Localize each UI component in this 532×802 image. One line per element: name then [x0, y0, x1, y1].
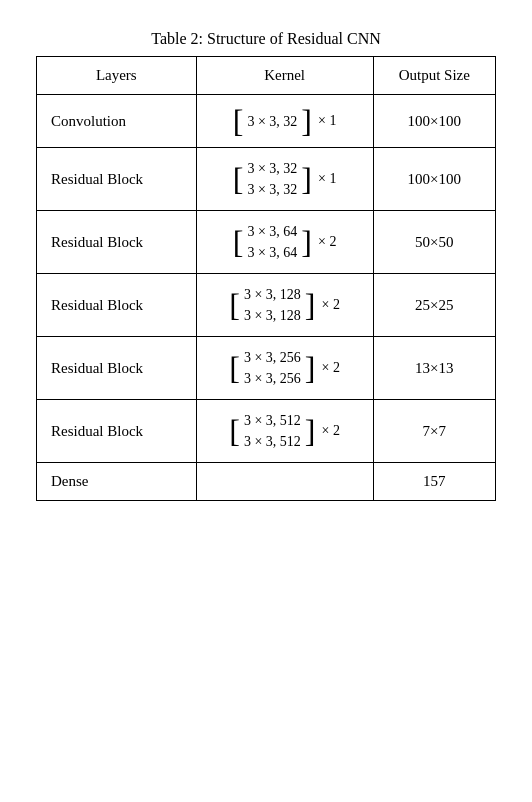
- kernel-bracket-wrap: [ 3 × 3, 128 3 × 3, 128 ] × 2: [229, 284, 340, 326]
- kernel-bracket-wrap: [ 3 × 3, 512 3 × 3, 512 ] × 2: [229, 410, 340, 452]
- cell-layer: Residual Block: [37, 400, 197, 463]
- kernel-content: 3 × 3, 64 3 × 3, 64: [247, 221, 297, 263]
- table-row: Convolution [ 3 × 3, 32 ] × 1 100×100: [37, 95, 496, 148]
- kernel-multiplier: × 2: [322, 360, 340, 376]
- header-output: Output Size: [373, 57, 495, 95]
- header-layers: Layers: [37, 57, 197, 95]
- bracket-left: [: [233, 163, 244, 195]
- bracket-left: [: [233, 105, 244, 137]
- kernel-line1: 3 × 3, 512: [244, 410, 301, 431]
- kernel-bracket-wrap: [ 3 × 3, 64 3 × 3, 64 ] × 2: [233, 221, 337, 263]
- cell-kernel: [ 3 × 3, 64 3 × 3, 64 ] × 2: [196, 211, 373, 274]
- kernel-line1: 3 × 3, 32: [247, 158, 297, 179]
- cell-kernel: [ 3 × 3, 512 3 × 3, 512 ] × 2: [196, 400, 373, 463]
- bracket-right: ]: [301, 163, 312, 195]
- cell-kernel: [ 3 × 3, 32 3 × 3, 32 ] × 1: [196, 148, 373, 211]
- cell-layer: Residual Block: [37, 337, 197, 400]
- kernel-line1: 3 × 3, 256: [244, 347, 301, 368]
- table-row: Residual Block [ 3 × 3, 64 3 × 3, 64 ] ×…: [37, 211, 496, 274]
- bracket-left: [: [229, 352, 240, 384]
- kernel-line2: 3 × 3, 32: [247, 179, 297, 200]
- bracket-right: ]: [301, 105, 312, 137]
- cell-kernel: [ 3 × 3, 32 ] × 1: [196, 95, 373, 148]
- kernel-line2: 3 × 3, 512: [244, 431, 301, 452]
- cell-output: 157: [373, 463, 495, 501]
- bracket-right: ]: [305, 415, 316, 447]
- kernel-multiplier: × 2: [322, 297, 340, 313]
- cell-kernel: [ 3 × 3, 256 3 × 3, 256 ] × 2: [196, 337, 373, 400]
- kernel-multiplier: × 1: [318, 113, 336, 129]
- cell-kernel: [196, 463, 373, 501]
- cnn-structure-table: Layers Kernel Output Size Convolution [ …: [36, 56, 496, 501]
- kernel-multiplier: × 1: [318, 171, 336, 187]
- cell-layer: Residual Block: [37, 211, 197, 274]
- bracket-right: ]: [305, 352, 316, 384]
- cell-kernel: [ 3 × 3, 128 3 × 3, 128 ] × 2: [196, 274, 373, 337]
- kernel-bracket-wrap: [ 3 × 3, 32 3 × 3, 32 ] × 1: [233, 158, 337, 200]
- cell-output: 7×7: [373, 400, 495, 463]
- cell-output: 100×100: [373, 95, 495, 148]
- bracket-right: ]: [305, 289, 316, 321]
- table-header-row: Layers Kernel Output Size: [37, 57, 496, 95]
- table-row: Residual Block [ 3 × 3, 128 3 × 3, 128 ]…: [37, 274, 496, 337]
- cell-layer: Residual Block: [37, 274, 197, 337]
- kernel-content: 3 × 3, 32: [247, 111, 297, 132]
- cell-layer: Residual Block: [37, 148, 197, 211]
- kernel-bracket-wrap: [ 3 × 3, 32 ] × 1: [233, 105, 337, 137]
- bracket-right: ]: [301, 226, 312, 258]
- kernel-line2: 3 × 3, 256: [244, 368, 301, 389]
- bracket-left: [: [233, 226, 244, 258]
- kernel-line2: 3 × 3, 64: [247, 242, 297, 263]
- table-row: Dense157: [37, 463, 496, 501]
- kernel-multiplier: × 2: [322, 423, 340, 439]
- kernel-bracket-wrap: [ 3 × 3, 256 3 × 3, 256 ] × 2: [229, 347, 340, 389]
- kernel-content: 3 × 3, 128 3 × 3, 128: [244, 284, 301, 326]
- table-row: Residual Block [ 3 × 3, 512 3 × 3, 512 ]…: [37, 400, 496, 463]
- header-kernel: Kernel: [196, 57, 373, 95]
- cell-layer: Convolution: [37, 95, 197, 148]
- kernel-line2: 3 × 3, 128: [244, 305, 301, 326]
- kernel-line1: 3 × 3, 128: [244, 284, 301, 305]
- kernel-content: 3 × 3, 512 3 × 3, 512: [244, 410, 301, 452]
- cell-layer: Dense: [37, 463, 197, 501]
- cell-output: 100×100: [373, 148, 495, 211]
- table-container: Table 2: Structure of Residual CNN Layer…: [36, 30, 496, 501]
- table-row: Residual Block [ 3 × 3, 32 3 × 3, 32 ] ×…: [37, 148, 496, 211]
- kernel-line1: 3 × 3, 64: [247, 221, 297, 242]
- cell-output: 13×13: [373, 337, 495, 400]
- table-title: Table 2: Structure of Residual CNN: [36, 30, 496, 48]
- kernel-multiplier: × 2: [318, 234, 336, 250]
- table-row: Residual Block [ 3 × 3, 256 3 × 3, 256 ]…: [37, 337, 496, 400]
- bracket-left: [: [229, 289, 240, 321]
- kernel-content: 3 × 3, 32 3 × 3, 32: [247, 158, 297, 200]
- cell-output: 50×50: [373, 211, 495, 274]
- bracket-left: [: [229, 415, 240, 447]
- kernel-content: 3 × 3, 256 3 × 3, 256: [244, 347, 301, 389]
- cell-output: 25×25: [373, 274, 495, 337]
